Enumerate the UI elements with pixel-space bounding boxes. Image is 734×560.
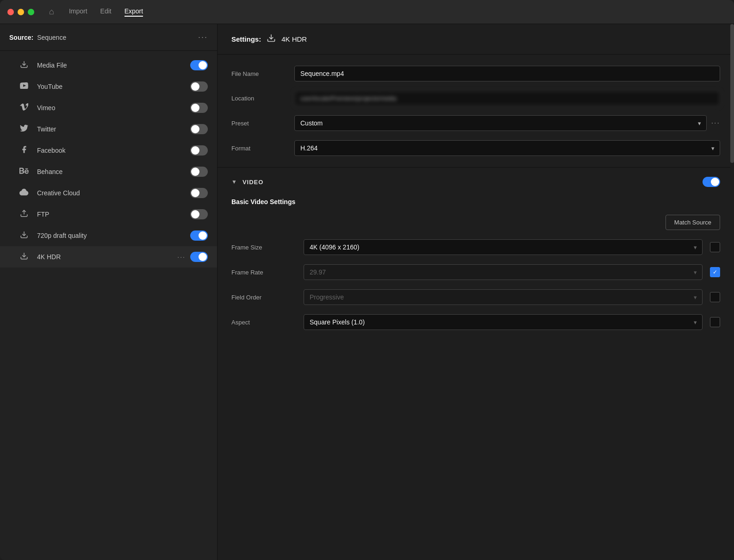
frame-size-label: Frame Size <box>231 244 296 251</box>
location-row: Location user/locale/Premiere/projects/m… <box>231 91 720 106</box>
creative-cloud-icon <box>19 188 30 198</box>
match-source-row: Match Source <box>231 215 720 230</box>
vimeo-toggle[interactable] <box>190 103 208 113</box>
creative-cloud-toggle[interactable] <box>190 188 208 198</box>
frame-size-row: Frame Size 4K (4096 x 2160) UHD (3840 x … <box>231 239 720 255</box>
field-order-select[interactable]: Progressive Upper Field First Lower Fiel… <box>304 289 703 305</box>
sidebar-item-youtube[interactable]: YouTube <box>0 76 217 97</box>
aspect-label: Aspect <box>231 319 296 326</box>
behance-toggle-area <box>190 167 208 177</box>
twitter-icon <box>19 124 30 134</box>
nav-import[interactable]: Import <box>69 7 87 17</box>
youtube-toggle-area <box>190 81 208 92</box>
frame-rate-checkbox[interactable] <box>710 267 720 277</box>
maximize-button[interactable] <box>28 9 34 15</box>
sidebar-item-creative-cloud[interactable]: Creative Cloud <box>0 182 217 204</box>
twitter-toggle-area <box>190 124 208 134</box>
sidebar-item-facebook[interactable]: Facebook <box>0 140 217 161</box>
vimeo-toggle-area <box>190 103 208 113</box>
frame-rate-select[interactable]: 29.97 23.976 24 25 30 59.94 60 <box>304 264 703 280</box>
video-collapse-icon[interactable]: ▼ <box>231 179 237 185</box>
ftp-icon <box>19 209 30 219</box>
sidebar-item-behance[interactable]: Behance <box>0 161 217 182</box>
sidebar-header: Source: Sequence ··· <box>0 24 217 51</box>
format-row: Format H.264 H.265 ProRes DNxHD ▾ <box>231 140 720 156</box>
facebook-icon <box>19 145 30 156</box>
titlebar: ⌂ Import Edit Export <box>0 0 734 24</box>
download-icon <box>19 60 30 70</box>
4k-hdr-toggle-area: ··· <box>177 252 208 262</box>
sidebar-list: Media File YouTube <box>0 51 217 560</box>
file-name-label: File Name <box>231 70 287 77</box>
720p-toggle-area <box>190 230 208 241</box>
behance-toggle[interactable] <box>190 167 208 177</box>
aspect-checkbox[interactable] <box>710 317 720 327</box>
sidebar-item-720p-draft[interactable]: 720p draft quality <box>0 225 217 246</box>
720p-download-icon <box>19 230 30 241</box>
4k-hdr-more-button[interactable]: ··· <box>177 253 186 261</box>
frame-size-select[interactable]: 4K (4096 x 2160) UHD (3840 x 2160) 1080p… <box>304 239 703 255</box>
sidebar-item-media-file[interactable]: Media File <box>0 55 217 76</box>
settings-label: Settings: <box>231 35 261 43</box>
sidebar-item-twitter[interactable]: Twitter <box>0 118 217 140</box>
video-toggle[interactable] <box>703 177 720 187</box>
home-icon[interactable]: ⌂ <box>49 7 54 17</box>
settings-title: 4K HDR <box>281 35 307 43</box>
field-order-checkbox[interactable] <box>710 292 720 302</box>
facebook-toggle[interactable] <box>190 145 208 156</box>
creative-cloud-toggle-area <box>190 188 208 198</box>
720p-toggle[interactable] <box>190 230 208 241</box>
twitter-toggle[interactable] <box>190 124 208 134</box>
sidebar-item-4k-hdr[interactable]: 4K HDR ··· <box>0 246 217 268</box>
basic-video-settings-title: Basic Video Settings <box>231 198 720 205</box>
youtube-toggle[interactable] <box>190 81 208 92</box>
scrollbar-thumb[interactable] <box>730 24 734 163</box>
scrollbar-track <box>730 24 734 560</box>
video-section: ▼ VIDEO Basic Video Settings Match Sourc… <box>218 168 734 348</box>
facebook-label: Facebook <box>37 147 183 154</box>
ftp-toggle-area <box>190 209 208 219</box>
ftp-toggle[interactable] <box>190 209 208 219</box>
4k-download-icon <box>19 252 30 262</box>
vimeo-icon <box>19 103 30 112</box>
minimize-button[interactable] <box>18 9 24 15</box>
video-section-label: VIDEO <box>243 179 697 186</box>
720p-label: 720p draft quality <box>37 232 183 239</box>
file-name-input[interactable] <box>294 66 720 81</box>
aspect-select[interactable]: Square Pixels (1.0) D1/DV NTSC (0.9091) … <box>304 314 703 330</box>
sidebar-more-button[interactable]: ··· <box>198 32 208 42</box>
preset-more-button[interactable]: ··· <box>711 119 720 127</box>
settings-form: File Name Location user/locale/Premiere/… <box>218 55 734 168</box>
ftp-label: FTP <box>37 211 183 218</box>
sidebar: Source: Sequence ··· Media File <box>0 24 218 560</box>
video-section-header: ▼ VIDEO <box>231 177 720 187</box>
location-label: Location <box>231 95 287 102</box>
nav-edit[interactable]: Edit <box>100 7 112 17</box>
frame-size-checkbox[interactable] <box>710 242 720 252</box>
twitter-label: Twitter <box>37 125 183 133</box>
media-file-toggle-area <box>190 60 208 70</box>
media-file-label: Media File <box>37 62 183 69</box>
close-button[interactable] <box>7 9 14 15</box>
sidebar-item-ftp[interactable]: FTP <box>0 204 217 225</box>
nav-bar: Import Edit Export <box>69 7 143 17</box>
field-order-label: Field Order <box>231 294 296 301</box>
4k-hdr-label: 4K HDR <box>37 253 170 261</box>
traffic-lights <box>7 9 34 15</box>
creative-cloud-label: Creative Cloud <box>37 189 183 197</box>
format-select[interactable]: H.264 H.265 ProRes DNxHD <box>294 140 720 156</box>
sidebar-item-vimeo[interactable]: Vimeo <box>0 97 217 118</box>
behance-icon <box>19 168 30 176</box>
source-value: Sequence <box>37 34 66 41</box>
settings-header: Settings: 4K HDR <box>218 24 734 55</box>
match-source-button[interactable]: Match Source <box>666 215 720 230</box>
4k-hdr-toggle[interactable] <box>190 252 208 262</box>
youtube-icon <box>19 82 30 91</box>
location-input[interactable]: user/locale/Premiere/projects/media <box>294 91 720 106</box>
youtube-label: YouTube <box>37 83 183 90</box>
media-file-toggle[interactable] <box>190 60 208 70</box>
format-label: Format <box>231 145 287 152</box>
nav-export[interactable]: Export <box>124 7 143 17</box>
preset-select[interactable]: Custom 4K HDR 1080p HD 720p Draft <box>294 115 707 131</box>
source-label: Source: <box>9 34 33 41</box>
